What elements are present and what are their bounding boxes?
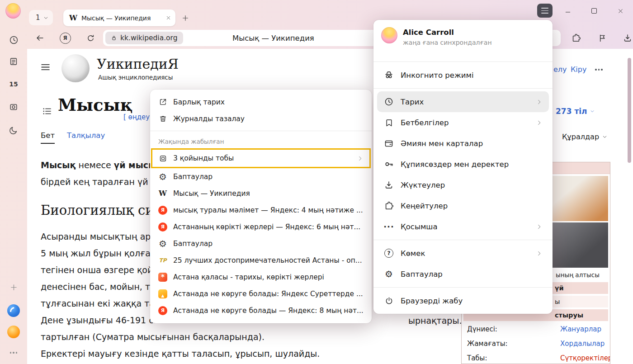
tab-group-item[interactable]: 3 қойынды тобы (150, 148, 372, 168)
history-sidebar-button[interactable] (7, 33, 20, 46)
article-title: Мысық (58, 95, 132, 115)
wiki-tab-page[interactable]: Бет (41, 131, 55, 144)
badge-sidebar-button[interactable]: 15 (7, 78, 20, 90)
lock-icon (111, 35, 117, 41)
yandex-button[interactable]: Я (58, 31, 72, 45)
add-sidebar-button[interactable] (7, 281, 20, 293)
domain-text: kk.wikipedia.org (120, 34, 178, 42)
puzzle-icon (571, 33, 581, 43)
sidebar-more-button[interactable] (7, 346, 20, 359)
tab-close-button[interactable] (166, 15, 171, 20)
browser-logo-button[interactable] (7, 304, 20, 317)
browser-tab[interactable]: W Мысық — Уикипедия (63, 9, 175, 26)
history-entry[interactable]: * Астана қаласы - тарихы, көрікті жерлер… (150, 269, 372, 285)
site-favicon: * (158, 273, 167, 282)
history-entry[interactable]: ▲ Астанада не көруге болады: Яндекс Суре… (150, 285, 372, 302)
divider (150, 131, 372, 131)
back-button[interactable] (33, 31, 47, 45)
menu-item-label: мысық туралы мәлімет — Яндекс: 4 мың нәт… (173, 206, 363, 214)
profile-avatar[interactable] (5, 3, 21, 19)
ellipsis-icon (595, 69, 603, 71)
history-entry[interactable]: Я мысық туралы мәлімет — Яндекс: 4 мың н… (150, 202, 372, 218)
wiki-tab-talk[interactable]: Талқылау (67, 131, 105, 140)
history-entry[interactable]: W Мысық — Уикипедия (150, 185, 372, 202)
menu-item-settings[interactable]: ⚙ Баптаулар (377, 264, 549, 284)
taxonomy-row: Дүниесі: Жануарлар (462, 323, 610, 336)
wikipedia-globe-logo[interactable] (61, 54, 90, 82)
chevron-right-icon (357, 155, 364, 162)
menu-item-help[interactable]: ? Көмек (377, 243, 549, 264)
domain-chip[interactable]: kk.wikipedia.org (105, 32, 183, 44)
menu-item-history[interactable]: Тарих (377, 91, 549, 112)
taxonomy-value-link[interactable]: Сүтқоректілер (560, 354, 610, 362)
wiki-login-link[interactable]: Кіру (571, 65, 586, 74)
notes-sidebar-button[interactable] (7, 55, 20, 68)
extensions-button[interactable] (569, 31, 583, 45)
orange-app-button[interactable] (7, 326, 20, 338)
history-entry[interactable]: ТР 25 лучших достопримечательностей Аста… (150, 252, 372, 269)
ellipsis-icon: ··· (383, 221, 394, 232)
profile-section[interactable]: Alice Carroll жаңа ғана синхрондалған (373, 20, 553, 59)
menu-item-wallet[interactable]: Әмиян мен карталар (377, 133, 549, 154)
chevron-right-icon (536, 250, 543, 257)
chevron-down-icon (602, 134, 607, 139)
menu-item-downloads[interactable]: Жүктеулер (377, 175, 549, 195)
menu-item-label: Кеңейтулер (401, 202, 448, 210)
window-menu-button[interactable] (537, 4, 553, 18)
sidebar: 15 (0, 27, 27, 364)
plus-icon (10, 284, 18, 291)
scrollbar[interactable] (628, 58, 631, 163)
history-entry[interactable]: ⚙ Баптаулар (150, 235, 372, 252)
history-entry[interactable]: Я Астанада не көруге болады — Яндекс: 8 … (150, 302, 372, 319)
wiki-menu-button[interactable] (40, 61, 51, 73)
menu-item-passwords[interactable]: Құпиясөздер мен деректер (377, 154, 549, 175)
gear-icon: ⚙ (158, 172, 167, 181)
history-entry[interactable]: Я Астананың көрікті жерлері — Яндекс: 6 … (150, 218, 372, 235)
menu-item-bookmarks[interactable]: Бетбелгілер (377, 112, 549, 133)
menu-item-more[interactable]: ··· Қосымша (377, 216, 549, 237)
minimize-button[interactable] (560, 5, 576, 17)
wiki-more-button[interactable] (595, 69, 603, 71)
taxonomy-value-link[interactable]: Хордалылар (560, 340, 605, 348)
tools-label: Құралдар (562, 132, 599, 141)
downloads-toolbar-button[interactable] (620, 31, 633, 45)
article-paragraph: тегінен онша өзгере қойма (41, 265, 165, 275)
menu-item-label: Инкогнито режимі (401, 71, 474, 80)
tools-button[interactable]: Құралдар (562, 132, 607, 141)
menu-item-label: Астанада не көруге болады — Яндекс: 8 мы… (173, 307, 364, 315)
gear-icon: ⚙ (383, 269, 394, 279)
page-title: Мысық — Уикипедия (232, 30, 314, 46)
dark-mode-sidebar-button[interactable] (7, 124, 20, 137)
wikipedia-favicon: W (158, 189, 167, 198)
clear-history-item[interactable]: Журналды тазалау (150, 110, 372, 127)
tab-group-count: 1 (36, 14, 40, 22)
menu-item-label: Астана қаласы - тарихы, көрікті жерлері (173, 273, 324, 281)
menu-item-label: Құпиясөздер мен деректер (401, 160, 509, 169)
contents-list-button[interactable] (42, 106, 52, 117)
menu-item-incognito[interactable]: Инкогнито режимі (377, 65, 549, 85)
tab-group-chip[interactable]: 1 (29, 10, 53, 25)
history-submenu: Барлық тарих Журналды тазалау Жақында жа… (150, 90, 372, 323)
maximize-icon (591, 8, 597, 14)
window-close-button[interactable] (612, 5, 628, 17)
menu-item-extensions[interactable]: Кеңейтулер (377, 195, 549, 216)
flag-button[interactable] (595, 31, 609, 45)
menu-item-label: Тарих (401, 98, 424, 106)
screenshot-sidebar-button[interactable] (7, 100, 20, 113)
reload-button[interactable] (83, 31, 98, 45)
taxonomy-row: Табы: Сүтқоректілер (462, 352, 610, 364)
menu-item-label: Жүктеулер (401, 181, 445, 189)
menu-item-close-browser[interactable]: Браузерді жабу (377, 290, 549, 311)
menu-item-label: Бетбелгілер (401, 118, 449, 127)
maximize-button[interactable] (586, 5, 602, 17)
wiki-site-title[interactable]: УикипедиЯ (97, 56, 179, 72)
all-history-item[interactable]: Барлық тарих (150, 94, 372, 110)
profile-name: Alice Carroll (403, 28, 492, 37)
taxonomy-value-link[interactable]: Жануарлар (560, 325, 601, 333)
wiki-signup-link[interactable]: елу (553, 65, 567, 74)
tab-title: Мысық — Уикипедия (81, 14, 162, 22)
settings-history-item[interactable]: ⚙ Баптаулар (150, 168, 372, 185)
divider (373, 61, 553, 62)
new-tab-button[interactable] (179, 12, 192, 24)
edit-link[interactable]: [ өңдеу (123, 113, 150, 121)
